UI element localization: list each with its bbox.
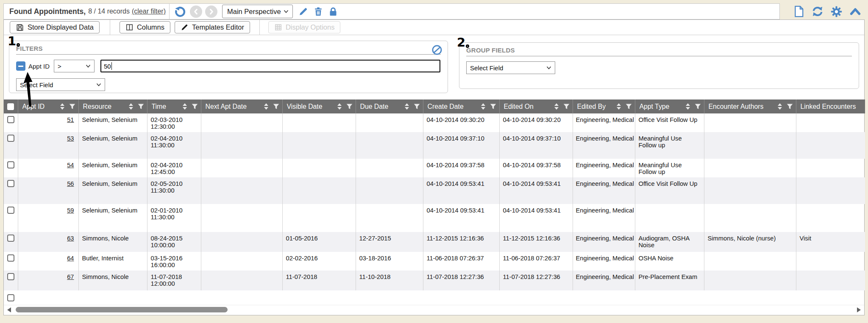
column-header[interactable]: Appt Type <box>635 99 704 113</box>
row-checkbox[interactable] <box>7 135 14 142</box>
collapse-icon[interactable] <box>849 5 862 18</box>
column-header[interactable]: Resource <box>78 99 147 113</box>
filters-panel: FILTERS Appt ID > 50 Select Field <box>9 41 448 93</box>
column-header[interactable]: Encounter Authors <box>704 99 796 113</box>
row-checkbox[interactable] <box>7 180 14 187</box>
table-row: 56Selenium, Selenium02-05-2010 11:30:000… <box>4 177 865 204</box>
filter-icon[interactable] <box>694 103 701 110</box>
due-date-cell: 12-27-2015 <box>356 232 423 252</box>
resource-cell: Selenium, Selenium <box>78 132 147 159</box>
clear-filters-icon[interactable] <box>431 44 442 57</box>
sort-icon[interactable] <box>60 103 64 110</box>
column-header[interactable]: Next Apt Date <box>201 99 282 113</box>
row-checkbox[interactable] <box>7 273 14 280</box>
appt-id-link[interactable]: 53 <box>67 135 74 142</box>
pencil-icon <box>181 23 189 31</box>
edit-perspective-icon[interactable] <box>298 6 309 17</box>
column-header[interactable]: Time <box>147 99 201 113</box>
group-field-select[interactable]: Select Field <box>466 61 555 74</box>
gear-icon[interactable] <box>830 6 843 18</box>
appt-id-link[interactable]: 54 <box>67 162 74 168</box>
add-filter-select[interactable]: Select Field <box>16 78 105 91</box>
group-fields-title: GROUP FIELDS <box>466 47 852 54</box>
remove-filter-button[interactable] <box>16 61 25 71</box>
row-checkbox[interactable] <box>7 207 14 214</box>
forward-icon[interactable] <box>205 6 217 18</box>
appt-id-link[interactable]: 56 <box>67 180 74 187</box>
horizontal-scrollbar[interactable] <box>4 305 864 314</box>
templates-editor-button[interactable]: Templates Editor <box>175 21 250 33</box>
column-header[interactable]: Appt ID <box>18 99 78 113</box>
appt-id-cell: 67 <box>18 271 78 290</box>
column-header[interactable]: Due Date <box>356 99 423 113</box>
column-header[interactable]: Edited On <box>499 99 573 113</box>
filter-icon[interactable] <box>413 103 420 110</box>
visible-date-cell <box>282 204 356 232</box>
scrollbar-thumb[interactable] <box>16 307 228 312</box>
appt-id-link[interactable]: 67 <box>67 273 74 280</box>
columns-button[interactable]: Columns <box>120 21 170 33</box>
row-checkbox[interactable] <box>7 254 14 262</box>
sort-icon[interactable] <box>481 103 485 110</box>
sort-icon[interactable] <box>337 103 342 110</box>
time-cell: 02-03-2010 12:30:00 <box>147 113 201 132</box>
filter-icon[interactable] <box>625 103 632 110</box>
column-header[interactable]: Linked Encounters <box>796 99 865 113</box>
visible-date-cell <box>282 132 356 159</box>
appt-id-link[interactable]: 51 <box>67 116 74 123</box>
divider <box>16 54 441 55</box>
clear-filter-link[interactable]: (clear filter) <box>132 8 166 15</box>
filter-icon[interactable] <box>786 103 793 110</box>
appt-id-link[interactable]: 63 <box>67 235 74 242</box>
column-header[interactable]: Edited By <box>573 99 635 113</box>
operator-select[interactable]: > <box>54 60 95 72</box>
row-checkbox[interactable] <box>7 116 14 123</box>
due-date-cell <box>356 132 423 159</box>
filter-icon[interactable] <box>490 103 497 110</box>
appt-type-cell: OSHA Noise <box>635 252 704 271</box>
resource-cell: Selenium, Selenium <box>78 113 147 132</box>
next-apt-date-cell <box>201 271 282 290</box>
column-header[interactable]: Create Date <box>423 99 499 113</box>
filter-icon[interactable] <box>191 103 198 110</box>
sort-icon[interactable] <box>129 103 133 110</box>
group-fields-panel: GROUP FIELDS Select Field <box>459 42 859 89</box>
lock-icon[interactable] <box>328 6 338 17</box>
new-document-icon[interactable] <box>793 5 805 18</box>
filter-icon[interactable] <box>137 103 145 110</box>
delete-perspective-icon[interactable] <box>313 6 323 17</box>
sort-icon[interactable] <box>686 103 690 110</box>
filter-icon[interactable] <box>563 103 570 110</box>
store-displayed-data-button[interactable]: Store Displayed Data <box>10 21 100 33</box>
select-all-checkbox[interactable] <box>7 103 14 110</box>
sort-icon[interactable] <box>778 103 782 110</box>
appt-id-link[interactable]: 64 <box>67 255 74 262</box>
scroll-right-icon[interactable] <box>857 307 861 312</box>
sort-icon[interactable] <box>183 103 187 110</box>
column-header[interactable]: Visible Date <box>282 99 356 113</box>
appt-id-link[interactable]: 59 <box>67 207 74 214</box>
row-checkbox[interactable] <box>7 235 14 242</box>
filter-icon[interactable] <box>69 103 76 110</box>
text-caret <box>111 62 112 70</box>
edited-on-cell: 04-10-2014 09:53:41 <box>499 177 573 204</box>
due-date-cell: 11-10-2018 <box>356 271 423 290</box>
display-options-button[interactable]: Display Options <box>268 21 341 33</box>
back-icon[interactable] <box>190 6 202 18</box>
undo-icon[interactable] <box>174 5 187 18</box>
perspective-select[interactable]: Main Perspective <box>222 5 293 18</box>
refresh-icon[interactable] <box>811 5 824 18</box>
sort-icon[interactable] <box>405 103 409 110</box>
sort-icon[interactable] <box>264 103 268 110</box>
row-checkbox[interactable] <box>7 161 14 168</box>
sort-icon[interactable] <box>554 103 559 110</box>
filter-value: 50 <box>104 63 111 70</box>
filter-value-input[interactable]: 50 <box>100 60 440 72</box>
store-label: Store Displayed Data <box>28 23 94 31</box>
filter-icon[interactable] <box>346 103 353 110</box>
sort-icon[interactable] <box>617 103 621 110</box>
filter-icon[interactable] <box>273 103 280 110</box>
row-checkbox[interactable] <box>7 294 14 301</box>
divider <box>169 4 170 19</box>
scroll-left-icon[interactable] <box>7 307 11 312</box>
